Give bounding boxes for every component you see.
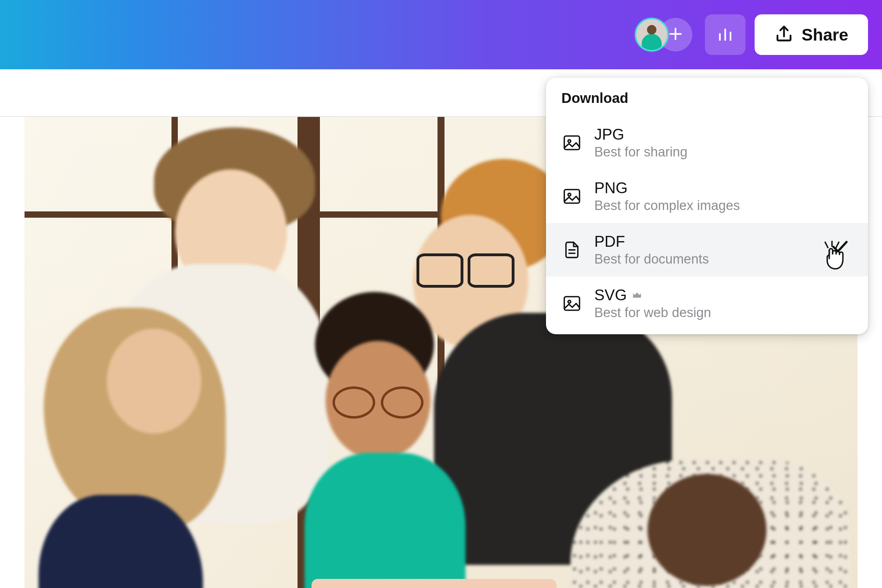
download-option-text: JPG Best for sharing xyxy=(594,126,687,160)
download-option-text: PNG Best for complex images xyxy=(594,179,740,213)
svg-rect-11 xyxy=(564,297,580,310)
download-option-subtitle: Best for documents xyxy=(594,252,709,267)
svg-point-12 xyxy=(568,300,571,303)
svg-rect-7 xyxy=(564,189,580,203)
download-option-subtitle: Best for complex images xyxy=(594,198,740,213)
photo-decoration xyxy=(312,579,556,588)
analytics-button[interactable] xyxy=(705,14,746,55)
download-option-svg[interactable]: SVG Best for web design xyxy=(546,276,868,334)
download-option-title-text: SVG xyxy=(594,286,627,304)
download-option-title: SVG xyxy=(594,286,711,304)
crown-icon xyxy=(632,286,642,304)
app-header: Share xyxy=(0,0,882,69)
download-option-text: SVG Best for web design xyxy=(594,286,711,320)
user-avatar[interactable] xyxy=(635,18,669,51)
download-panel: Download JPG Best for sharing PNG Best f… xyxy=(546,78,868,334)
photo-decoration xyxy=(107,328,201,434)
image-icon xyxy=(561,132,582,153)
cursor-click-icon xyxy=(820,241,847,274)
image-icon xyxy=(561,186,582,207)
photo-decoration xyxy=(333,386,423,414)
svg-point-6 xyxy=(568,140,571,142)
document-icon xyxy=(561,239,582,260)
collaborators-cluster xyxy=(635,18,692,51)
photo-decoration xyxy=(304,453,465,588)
svg-line-15 xyxy=(836,242,839,248)
download-option-png[interactable]: PNG Best for complex images xyxy=(546,170,868,223)
download-option-subtitle: Best for sharing xyxy=(594,144,687,160)
download-option-subtitle: Best for web design xyxy=(594,305,711,320)
image-icon xyxy=(561,293,582,314)
svg-line-13 xyxy=(825,242,828,248)
svg-rect-5 xyxy=(564,136,580,150)
bar-chart-icon xyxy=(716,25,734,45)
photo-decoration xyxy=(417,254,514,285)
download-option-title: PDF xyxy=(594,233,709,250)
download-option-text: PDF Best for documents xyxy=(594,233,709,267)
photo-decoration xyxy=(648,474,766,586)
download-panel-title: Download xyxy=(546,78,868,116)
plus-icon xyxy=(668,26,684,44)
share-button[interactable]: Share xyxy=(754,14,868,55)
share-upload-icon xyxy=(774,24,794,45)
download-option-title: PNG xyxy=(594,179,740,197)
share-label: Share xyxy=(801,25,848,45)
download-option-jpg[interactable]: JPG Best for sharing xyxy=(546,116,868,170)
svg-point-8 xyxy=(568,193,571,196)
download-option-title: JPG xyxy=(594,126,687,143)
